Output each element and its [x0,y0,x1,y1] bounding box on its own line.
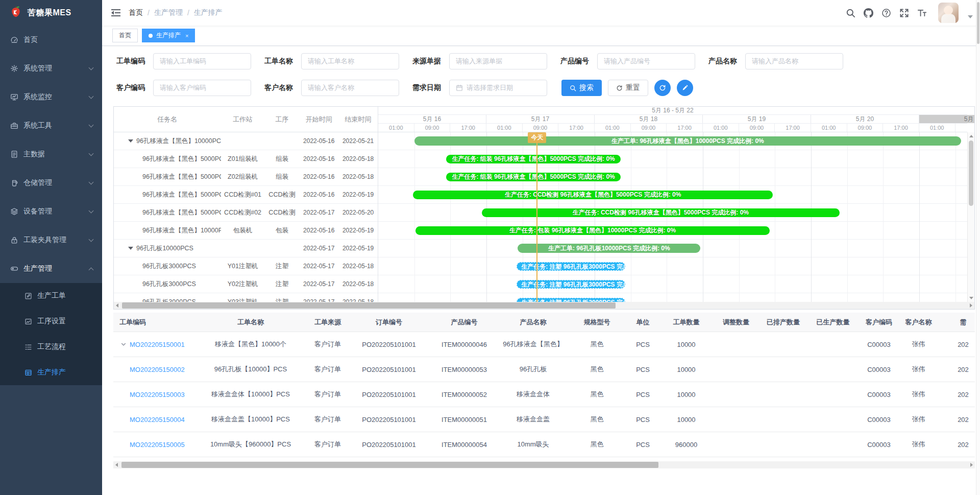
fullscreen-icon[interactable] [899,8,909,18]
gantt-day-5月 17: 5月 17 [486,115,595,123]
gantt-horizontal-scrollbar[interactable] [114,302,974,309]
work-order-link[interactable]: MO202205150002 [130,366,185,373]
breadcrumb-item[interactable]: 生产管理 [154,8,183,17]
table-cell-product_name: 96孔孔板 [499,365,568,374]
gantt-bar[interactable]: 生产任务: 注塑 96孔孔板3000PCS 完成比例: 0% [517,280,625,289]
tab-首页[interactable]: 首页 [112,29,138,42]
table-row[interactable]: MO20220515000296孔孔板【10000】PCS客户订单PO20220… [113,357,975,382]
gantt-bar[interactable]: 生产工单: 96孔移液盒【黑色】10000PCS 完成比例: 0% [414,136,961,146]
text-input[interactable]: 请输入产品编号 [597,53,695,69]
date-input[interactable]: 请选择需求日期 [449,80,547,96]
gantt-task-row[interactable]: 96孔移液盒【黑色】5000PCSZ02组装机组装2022-05-162022-… [114,168,378,186]
submenu-item-生产工单[interactable]: 生产工单 [0,283,102,309]
scroll-up-icon[interactable] [969,135,973,137]
scroll-right-icon[interactable] [970,463,973,467]
filter-group-产品名称: 产品名称请输入产品名称 [708,53,843,69]
sidebar-item-设备管理[interactable]: 设备管理 [0,197,102,226]
logo[interactable]: 苦糖果MES [0,0,102,26]
gantt-bar[interactable]: 生产任务: 组装 96孔移液盒【黑色】5000PCS 完成比例: 0% [446,173,621,181]
gantt-bar[interactable]: 生产任务: 包装 96孔移液盒【黑色】10000PCS 完成比例: 0% [415,226,770,235]
breadcrumb-item[interactable]: 首页 [129,8,143,17]
avatar-caret-icon[interactable] [968,15,973,18]
gantt-task-row[interactable]: 96孔孔板3000PCSY01注塑机注塑2022-05-172022-05-18 [114,257,378,275]
filter-label: 工单编码 [116,57,153,66]
gantt-bar[interactable]: 生产任务: 注塑 96孔孔板3000PCS 完成比例: 0% [517,262,625,271]
gantt-task-row[interactable]: 96孔移液盒【黑色】5000PCSCCD检测#01CCD检测2022-05-16… [114,186,378,204]
work-order-link[interactable]: MO202205150005 [130,441,185,449]
table-horizontal-scrollbar[interactable] [113,461,975,468]
table-row[interactable]: MO20220515000510mm吸头【960000】PCS客户订单PO202… [113,432,975,457]
gantt-day-5月 18: 5月 18 [595,115,703,123]
table-hscroll-thumb[interactable] [121,462,658,468]
table-row[interactable]: MO202205150004移液盒盒盖【10000】PCS客户订单PO20220… [113,407,975,432]
scroll-right-icon[interactable] [970,303,972,308]
table-cell-spec: 黑色 [568,340,626,349]
gantt-task-row[interactable]: 96孔移液盒【黑色】10000PCS包装机包装2022-05-162022-05… [114,222,378,240]
text-input[interactable]: 请输入客户编码 [153,80,251,96]
work-order-link[interactable]: MO202205150001 [130,341,185,348]
gantt-task-row[interactable]: 96孔孔板3000PCSY03注塑机注塑2022-05-172022-05-18 [114,293,378,302]
text-input[interactable]: 请输入产品名称 [745,53,843,69]
sidebar-toggle-icon[interactable] [111,9,120,16]
table-col-header-客户名称: 客户名称 [899,318,938,327]
gantt-task-row[interactable]: 96孔移液盒【黑色】5000PCSCCD检测#02CCD检测2022-05-17… [114,204,378,222]
tab-close-icon[interactable]: × [185,33,188,39]
sidebar-item-工装夹具管理[interactable]: 工装夹具管理 [0,226,102,254]
gantt-task-process: 注塑 [264,262,299,271]
question-icon[interactable] [881,8,891,18]
table-row[interactable]: MO202205150001移液盒【黑色】10000个客户订单PO2022051… [113,332,975,357]
table-row[interactable]: MO202205150003移液盒盒体【10000】PCS客户订单PO20220… [113,382,975,407]
search-button[interactable]: 搜索 [561,80,602,96]
text-input[interactable]: 请输入工单编码 [153,53,251,69]
gantt-task-start: 2022-05-16 [299,173,338,180]
collapse-triangle-icon[interactable] [128,247,133,250]
sidebar-item-系统管理[interactable]: 系统管理 [0,54,102,83]
submenu-item-工序设置[interactable]: 工序设置 [0,309,102,334]
gantt-hscroll-thumb[interactable] [122,302,616,309]
gantt-task-row[interactable]: 96孔移液盒【黑色】5000PCSZ01组装机组装2022-05-162022-… [114,150,378,168]
avatar[interactable] [938,3,959,23]
breadcrumb-item[interactable]: 生产排产 [194,8,223,17]
gantt-bar[interactable]: 生产任务: 注塑 96孔孔板3000PCS 完成比例: 0% [517,298,625,302]
table-col-header-需: 需 [938,318,975,327]
gantt-vscroll-thumb[interactable] [969,140,973,206]
text-input[interactable]: 请输入客户名称 [301,80,399,96]
sidebar-item-主数据[interactable]: 主数据 [0,140,102,169]
text-input[interactable]: 请输入工单名称 [301,53,399,69]
gantt-bar[interactable]: 生产任务: CCD检测 96孔移液盒【黑色】5000PCS 完成比例: 0% [413,191,773,199]
work-order-link[interactable]: MO202205150004 [130,416,185,423]
gantt-task-row[interactable]: 96孔移液盒【黑色】10000PCS2022-05-162022-05-21 [114,132,378,150]
sidebar-item-系统工具[interactable]: 系统工具 [0,111,102,140]
work-order-link[interactable]: MO202205150003 [130,391,185,398]
gantt-task-start: 2022-05-17 [299,209,338,216]
sidebar-item-仓储管理[interactable]: 仓储管理 [0,169,102,197]
scroll-left-icon[interactable] [115,463,118,467]
gantt-task-row[interactable]: 96孔孔板10000PCS2022-05-172022-05-19 [114,240,378,257]
gantt-vertical-scrollbar[interactable] [967,132,974,302]
scroll-down-icon[interactable] [969,297,973,299]
gantt-bar[interactable]: 生产工单: 96孔孔板10000PCS 完成比例: 0% [518,244,700,253]
font-size-icon[interactable] [917,8,927,18]
scroll-left-icon[interactable] [116,303,118,308]
reset-button[interactable]: 重置 [608,80,648,96]
search-icon[interactable] [846,8,855,18]
github-icon[interactable] [864,8,873,18]
sidebar-item-首页[interactable]: 首页 [0,26,102,54]
collapse-triangle-icon[interactable] [128,139,133,143]
gantt-bar[interactable]: 生产任务: 组装 96孔移液盒【黑色】5000PCS 完成比例: 0% [446,155,621,163]
gantt-task-row[interactable]: 96孔孔板3000PCSY02注塑机注塑2022-05-172022-05-18 [114,275,378,293]
refresh-round-button[interactable] [654,80,671,96]
submenu-item-工艺流程[interactable]: 工艺流程 [0,334,102,360]
gantt-bar[interactable]: 生产任务: CCD检测 96孔移液盒【黑色】5000PCS 完成比例: 0% [482,208,839,217]
chevron-down-icon [89,94,94,99]
sidebar-item-生产管理[interactable]: 生产管理 [0,254,102,283]
submenu-item-生产排产[interactable]: 生产排产 [0,360,102,385]
row-expand-icon[interactable] [120,341,127,347]
table-cell-customer_code: C00003 [859,441,899,449]
page-scrollbar[interactable] [976,0,980,495]
sidebar-item-系统监控[interactable]: 系统监控 [0,83,102,111]
page-scrollbar-thumb[interactable] [977,2,979,44]
text-input[interactable]: 请输入来源单据 [449,53,547,69]
tab-生产排产[interactable]: 生产排产× [142,29,195,42]
edit-round-button[interactable] [677,80,693,96]
